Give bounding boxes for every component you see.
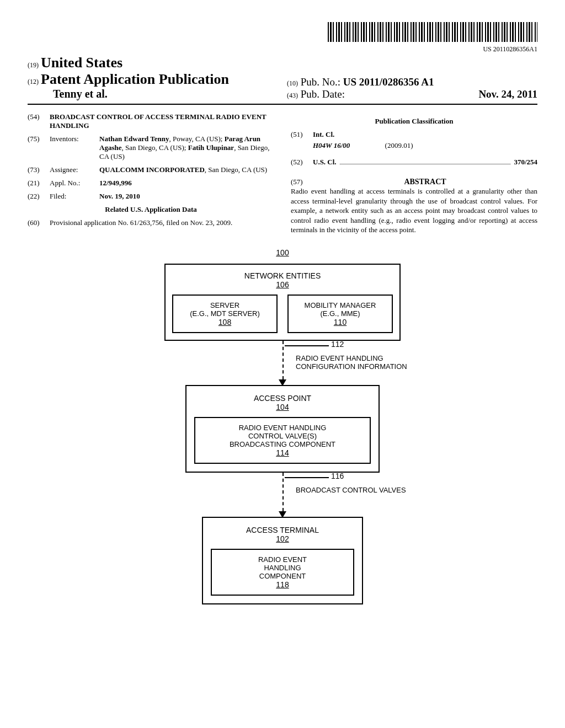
ap-inner-line3: BROADCASTING COMPONENT <box>201 440 364 448</box>
code-22: (22) <box>28 192 50 201</box>
arrow-1-label: RADIO EVENT HANDLING CONFIGURATION INFOR… <box>296 354 417 371</box>
dotted-filler <box>340 158 511 164</box>
us-cl-label: U.S. Cl. <box>313 158 337 167</box>
server-line1: SERVER <box>178 301 272 309</box>
pub-no-label: Pub. No.: <box>301 76 340 88</box>
assignee-loc: , San Diego, CA (US) <box>205 165 267 174</box>
arrow-2: 116 BROADCAST CONTROL VALVES <box>172 473 393 517</box>
pub-no-value: US 2011/0286356 A1 <box>343 76 434 88</box>
ref-110: 110 <box>293 318 387 326</box>
provisional-text: Provisional application No. 61/263,756, … <box>50 218 274 227</box>
ref-102: 102 <box>211 534 354 543</box>
filed-label: Filed: <box>50 192 99 201</box>
code-51: (51) <box>291 130 313 139</box>
inventor-1-name: Nathan Edward Tenny <box>99 135 169 143</box>
pub-date-value: Nov. 24, 2011 <box>478 88 537 100</box>
inventor-2-loc: , San Diego, CA (US); <box>121 143 188 152</box>
ref-104: 104 <box>194 403 371 411</box>
inventors-label: Inventors: <box>50 135 99 161</box>
abstract-text: Radio event handling at access terminals… <box>291 186 537 235</box>
us-cl-value: 370/254 <box>514 158 537 167</box>
assignee-value: QUALCOMM INCORPORATED, San Diego, CA (US… <box>99 165 274 174</box>
related-heading: Related U.S. Application Data <box>28 205 274 214</box>
arrow-1: 112 RADIO EVENT HANDLING CONFIGURATION I… <box>172 341 393 385</box>
publication-type: Patent Application Publication <box>41 71 229 87</box>
network-entities-box: NETWORK ENTITIES 106 SERVER (E.G., MDT S… <box>164 264 401 341</box>
assignee-label: Assignee: <box>50 165 99 174</box>
header-block: (19) United States (12) Patent Applicati… <box>28 55 537 105</box>
code-75: (75) <box>28 135 50 161</box>
barcode-region: US 20110286356A1 <box>28 22 537 53</box>
authors-line: Tenny et al. <box>28 88 278 100</box>
network-entities-title: NETWORK ENTITIES <box>172 271 393 280</box>
left-column: (54) BROADCAST CONTROL OF ACCESS TERMINA… <box>28 113 274 235</box>
assignee-name: QUALCOMM INCORPORATED <box>99 165 205 174</box>
diagram: NETWORK ENTITIES 106 SERVER (E.G., MDT S… <box>164 264 401 604</box>
code-21: (21) <box>28 179 50 188</box>
inventors-value: Nathan Edward Tenny, Poway, CA (US); Par… <box>99 135 274 161</box>
pub-date-label: Pub. Date: <box>301 88 345 100</box>
code-43: (43) <box>287 92 298 99</box>
server-line2: (E.G., MDT SERVER) <box>178 309 272 318</box>
code-10: (10) <box>287 79 298 87</box>
at-inner-line3: COMPONENT <box>217 572 348 580</box>
appl-no-value: 12/949,996 <box>99 179 274 188</box>
code-12: (12) <box>28 78 39 85</box>
ref-114: 114 <box>201 448 364 457</box>
barcode-number: US 20110286356A1 <box>28 45 537 53</box>
ap-inner-line2: CONTROL VALVE(S) <box>201 432 364 440</box>
arrow-2-label: BROADCAST CONTROL VALVES <box>296 486 417 494</box>
biblio-columns: (54) BROADCAST CONTROL OF ACCESS TERMINA… <box>28 113 537 235</box>
inventor-3-name: Fatih Ulupinar <box>188 143 234 152</box>
code-57: (57) <box>291 178 313 186</box>
int-cl-value: H04W 16/00 <box>313 141 350 149</box>
mobility-line2: (E.G., MME) <box>293 309 387 318</box>
code-19: (19) <box>28 61 39 69</box>
code-60: (60) <box>28 218 50 227</box>
ap-inner-box: RADIO EVENT HANDLING CONTROL VALVE(S) BR… <box>194 417 371 464</box>
server-box: SERVER (E.G., MDT SERVER) 108 <box>172 295 278 333</box>
at-inner-line1: RADIO EVENT <box>217 555 348 564</box>
access-point-title: ACCESS POINT <box>194 394 371 403</box>
access-terminal-title: ACCESS TERMINAL <box>211 526 354 534</box>
int-cl-date: (2009.01) <box>385 141 413 149</box>
figure-area: 100 NETWORK ENTITIES 106 SERVER (E.G., M… <box>28 248 537 604</box>
mobility-line1: MOBILITY MANAGER <box>293 301 387 309</box>
int-cl-label: Int. Cl. <box>313 130 334 139</box>
at-inner-box: RADIO EVENT HANDLING COMPONENT 118 <box>211 549 354 596</box>
classification-heading: Publication Classification <box>291 117 537 126</box>
country-name: United States <box>41 55 122 71</box>
filed-value: Nov. 19, 2010 <box>99 192 274 201</box>
barcode-graphic <box>328 22 537 42</box>
ref-106: 106 <box>172 280 393 289</box>
ap-inner-line1: RADIO EVENT HANDLING <box>201 424 364 432</box>
ref-116: 116 <box>331 472 344 480</box>
access-terminal-box: ACCESS TERMINAL 102 RADIO EVENT HANDLING… <box>202 517 363 604</box>
inventor-1-loc: , Poway, CA (US); <box>169 135 224 143</box>
right-column: Publication Classification (51) Int. Cl.… <box>291 113 537 235</box>
code-52: (52) <box>291 158 313 167</box>
ref-108: 108 <box>178 318 272 326</box>
at-inner-line2: HANDLING <box>217 564 348 572</box>
code-54: (54) <box>28 113 50 130</box>
abstract-heading: ABSTRACT <box>313 178 537 186</box>
mobility-box: MOBILITY MANAGER (E.G., MME) 110 <box>287 295 393 333</box>
appl-no-label: Appl. No.: <box>50 179 99 188</box>
ref-118: 118 <box>217 580 348 589</box>
access-point-box: ACCESS POINT 104 RADIO EVENT HANDLING CO… <box>185 385 380 473</box>
code-73: (73) <box>28 165 50 174</box>
ref-112: 112 <box>331 340 344 349</box>
figure-number: 100 <box>28 248 537 257</box>
invention-title: BROADCAST CONTROL OF ACCESS TERMINAL RAD… <box>50 113 274 130</box>
